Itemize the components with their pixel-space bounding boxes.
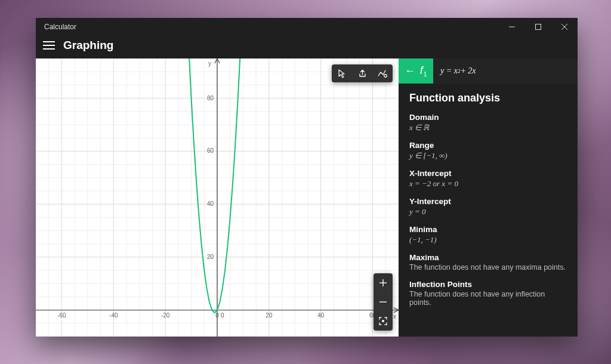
back-button[interactable]: ← f1 bbox=[399, 58, 433, 84]
fit-button[interactable] bbox=[374, 311, 393, 331]
svg-text:0: 0 bbox=[221, 312, 224, 319]
svg-text:60: 60 bbox=[207, 147, 214, 154]
analysis-value: y ∈ [−1, ∞) bbox=[409, 151, 567, 161]
analysis-label: Maxima bbox=[409, 253, 567, 262]
function-row: ← f1 y = x2 + 2x bbox=[399, 58, 578, 84]
analysis-text: The function does not have any maxima po… bbox=[409, 263, 567, 272]
function-name: f1 bbox=[420, 64, 427, 78]
share-button[interactable] bbox=[352, 64, 372, 82]
menu-button[interactable] bbox=[43, 41, 55, 50]
analysis-group: Y-Intercepty = 0 bbox=[409, 197, 567, 217]
svg-text:40: 40 bbox=[207, 200, 214, 207]
maximize-button[interactable] bbox=[525, 18, 551, 36]
fit-icon bbox=[378, 316, 388, 326]
minimize-button[interactable] bbox=[499, 18, 525, 36]
app-header: Graphing bbox=[36, 36, 578, 58]
analysis-label: X-Intercept bbox=[409, 169, 567, 178]
analysis-value: x ∈ ℝ bbox=[409, 123, 567, 132]
analysis-group: Minima(−1, −1) bbox=[409, 225, 567, 245]
analysis-value: (−1, −1) bbox=[409, 235, 567, 245]
analysis-label: Range bbox=[409, 141, 567, 150]
analysis-group: Domainx ∈ ℝ bbox=[409, 113, 567, 132]
analysis-label: Inflection Points bbox=[409, 280, 567, 289]
plus-icon bbox=[379, 279, 387, 287]
zoom-out-button[interactable] bbox=[374, 292, 393, 311]
close-button[interactable] bbox=[551, 18, 578, 36]
analysis-text: The function does not have any inflectio… bbox=[409, 290, 567, 307]
analysis-label: Minima bbox=[409, 225, 567, 234]
svg-text:20: 20 bbox=[266, 312, 273, 319]
svg-text:y: y bbox=[208, 60, 211, 67]
graph-pane[interactable]: -60-40-20020406020406080yx0 bbox=[36, 58, 399, 337]
window-title: Calculator bbox=[44, 23, 76, 31]
analysis-label: Domain bbox=[409, 113, 567, 122]
analysis-group: X-Interceptx = −2 or x = 0 bbox=[409, 169, 567, 189]
function-expression[interactable]: y = x2 + 2x bbox=[433, 58, 578, 84]
back-arrow-icon: ← bbox=[405, 65, 415, 77]
svg-text:-40: -40 bbox=[109, 312, 118, 319]
trace-button[interactable] bbox=[332, 64, 352, 82]
calculator-window: Calculator Graphing -60-40-2002040602040… bbox=[36, 18, 578, 337]
analysis-group: Rangey ∈ [−1, ∞) bbox=[409, 141, 567, 161]
graph-settings-icon bbox=[377, 69, 388, 78]
analysis-group: MaximaThe function does not have any max… bbox=[409, 253, 567, 272]
content-area: -60-40-20020406020406080yx0 bbox=[36, 58, 578, 337]
share-icon bbox=[357, 69, 367, 78]
zoom-controls bbox=[374, 273, 393, 331]
graph-toolbar bbox=[332, 64, 393, 82]
cursor-icon bbox=[337, 69, 347, 78]
analysis-title: Function analysis bbox=[409, 92, 567, 104]
svg-text:-60: -60 bbox=[57, 312, 66, 319]
svg-point-82 bbox=[384, 75, 387, 78]
mode-title: Graphing bbox=[63, 39, 113, 52]
svg-text:20: 20 bbox=[207, 254, 214, 260]
title-bar[interactable]: Calculator bbox=[36, 18, 578, 36]
graph-canvas: -60-40-20020406020406080yx0 bbox=[36, 58, 399, 337]
svg-text:40: 40 bbox=[317, 312, 325, 319]
graph-options-button[interactable] bbox=[372, 64, 393, 82]
minus-icon bbox=[379, 298, 387, 306]
maximize-icon bbox=[535, 24, 541, 30]
minimize-icon bbox=[509, 24, 515, 30]
analysis-body: Function analysis Domainx ∈ ℝRangey ∈ [−… bbox=[399, 84, 578, 321]
svg-text:x: x bbox=[393, 313, 396, 320]
analysis-value: y = 0 bbox=[409, 207, 567, 217]
analysis-group: Inflection PointsThe function does not h… bbox=[409, 280, 567, 307]
analysis-value: x = −2 or x = 0 bbox=[409, 179, 567, 189]
svg-text:-20: -20 bbox=[161, 312, 170, 319]
close-icon bbox=[561, 24, 567, 30]
analysis-label: Y-Intercept bbox=[409, 197, 567, 206]
svg-text:80: 80 bbox=[207, 95, 214, 101]
svg-text:0: 0 bbox=[215, 312, 219, 319]
svg-point-86 bbox=[382, 320, 384, 322]
analysis-panel: ← f1 y = x2 + 2x Function analysis Domai… bbox=[399, 58, 578, 337]
svg-rect-1 bbox=[536, 24, 541, 30]
zoom-in-button[interactable] bbox=[374, 273, 393, 292]
